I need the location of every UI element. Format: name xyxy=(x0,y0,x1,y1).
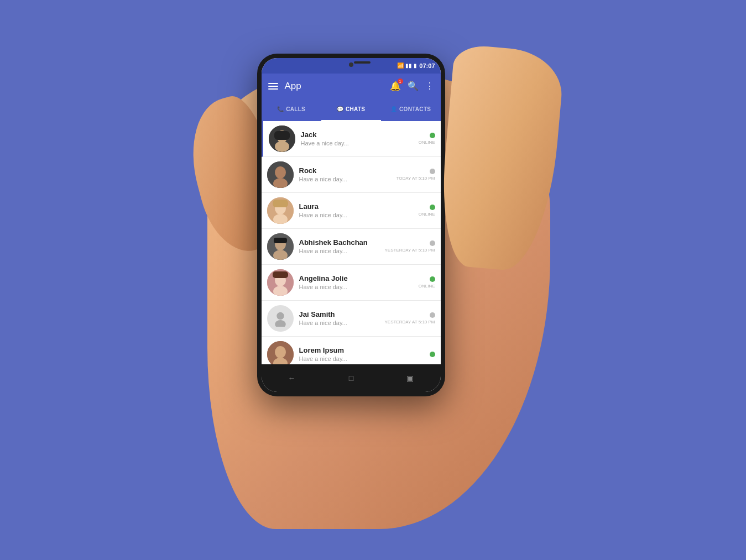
header-icons: 🔔 1 🔍 ⋮ xyxy=(390,81,434,91)
status-icons: 📶 ▮▮ ▮ xyxy=(397,62,417,69)
hamburger-line-1 xyxy=(268,83,278,84)
notification-badge: 1 xyxy=(398,78,403,84)
chat-preview-jack: Have a nice day... xyxy=(301,140,413,146)
chat-item-laura[interactable]: Laura Have a nice day... ONLINE xyxy=(262,193,441,229)
status-dot-angelina xyxy=(430,276,435,282)
more-options-icon[interactable]: ⋮ xyxy=(425,81,434,91)
status-time: 07:07 xyxy=(419,62,435,69)
chat-name-lorem: Lorem Ipsum xyxy=(299,346,424,354)
wifi-icon: 📶 xyxy=(397,62,404,69)
chat-preview-abhishek: Have a nice day... xyxy=(299,248,379,254)
avatar-face-angelina xyxy=(267,269,294,296)
hamburger-menu[interactable] xyxy=(268,83,278,90)
chat-meta-laura: ONLINE xyxy=(419,205,435,217)
chat-item-rock[interactable]: Rock Have a nice day... TODAY AT 5:10 PM xyxy=(262,157,441,193)
chat-status-jack: ONLINE xyxy=(419,140,435,145)
chat-item-abhishek[interactable]: Abhishek Bachchan Have a nice day... YES… xyxy=(262,229,441,265)
chat-status-angelina: ONLINE xyxy=(419,284,435,289)
status-dot-lorem xyxy=(430,352,435,357)
svg-point-5 xyxy=(275,166,286,179)
notification-icon[interactable]: 🔔 1 xyxy=(390,81,401,91)
chat-name-jai: Jai Samith xyxy=(299,310,379,318)
chat-name-laura: Laura xyxy=(299,202,413,211)
tab-chats[interactable]: 💬 CHATS xyxy=(321,99,381,121)
home-button[interactable]: □ xyxy=(349,374,353,383)
status-dot-jack xyxy=(430,133,435,138)
phone-device: 📶 ▮▮ ▮ 07:07 App 🔔 1 xyxy=(257,54,445,396)
tab-chats-label: CHATS xyxy=(346,106,365,112)
chat-meta-jai: YESTERDAY AT 5:10 PM xyxy=(385,312,435,325)
chat-info-laura: Laura Have a nice day... xyxy=(299,202,413,218)
chat-preview-lorem: Have a nice day... xyxy=(299,355,424,362)
tabs-bar: 📞 CALLS 💬 CHATS 👤 CONTACTS xyxy=(262,99,441,121)
chat-info-lorem: Lorem Ipsum Have a nice day... xyxy=(299,346,424,362)
chat-list: Jack Have a nice day... ONLINE xyxy=(262,121,441,364)
chat-item-jack[interactable]: Jack Have a nice day... ONLINE xyxy=(262,121,441,157)
chat-meta-angelina: ONLINE xyxy=(419,276,435,289)
phone-icon: 📞 xyxy=(277,106,284,112)
status-dot-rock xyxy=(430,169,435,174)
chat-icon: 💬 xyxy=(337,106,343,112)
tab-contacts-label: CONTACTS xyxy=(399,106,431,112)
chat-preview-laura: Have a nice day... xyxy=(299,212,413,218)
chat-name-abhishek: Abhishek Bachchan xyxy=(299,238,379,247)
svg-point-22 xyxy=(275,346,286,358)
avatar-jack xyxy=(269,125,295,152)
chat-name-jack: Jack xyxy=(301,130,413,139)
chat-time-jai: YESTERDAY AT 5:10 PM xyxy=(385,320,435,325)
avatar-face-lorem xyxy=(267,341,294,364)
tab-calls[interactable]: 📞 CALLS xyxy=(262,99,321,121)
svg-rect-14 xyxy=(274,238,287,243)
avatar-silhouette-jai xyxy=(272,310,289,327)
chat-preview-jai: Have a nice day... xyxy=(299,320,379,326)
chat-preview-angelina: Have a nice day... xyxy=(299,284,413,290)
avatar-face-rock xyxy=(267,161,294,188)
avatar-face-laura xyxy=(267,197,294,224)
phone-nav-bar: ← □ ▣ xyxy=(262,364,441,392)
recents-button[interactable]: ▣ xyxy=(406,374,414,383)
avatar-angelina xyxy=(267,269,294,296)
chat-info-angelina: Angelina Jolie Have a nice day... xyxy=(299,274,413,290)
svg-rect-10 xyxy=(273,200,288,207)
back-button[interactable]: ← xyxy=(288,374,296,383)
battery-icon: ▮ xyxy=(414,62,417,69)
chat-status-laura: ONLINE xyxy=(419,212,435,217)
phone-scene: 📶 ▮▮ ▮ 07:07 App 🔔 1 xyxy=(180,32,567,529)
avatar-face-abhishek xyxy=(267,233,294,260)
svg-point-19 xyxy=(277,312,284,320)
app-header: App 🔔 1 🔍 ⋮ xyxy=(262,74,441,99)
svg-rect-3 xyxy=(274,131,290,140)
chat-info-jack: Jack Have a nice day... xyxy=(301,130,413,146)
status-dot-laura xyxy=(430,205,435,210)
avatar-lorem xyxy=(267,341,294,364)
app-title: App xyxy=(285,81,390,92)
speaker xyxy=(354,61,371,64)
chat-name-rock: Rock xyxy=(299,166,391,175)
svg-rect-18 xyxy=(273,271,288,278)
avatar-laura xyxy=(267,197,294,224)
chat-time-abhishek: YESTERDAY AT 5:10 PM xyxy=(385,248,435,253)
chat-time-rock: TODAY AT 5:10 PM xyxy=(397,176,435,181)
svg-point-2 xyxy=(275,141,289,152)
search-icon[interactable]: 🔍 xyxy=(408,81,419,91)
hamburger-line-2 xyxy=(268,86,278,87)
chat-item-lorem[interactable]: Lorem Ipsum Have a nice day... xyxy=(262,337,441,364)
chat-meta-rock: TODAY AT 5:10 PM xyxy=(397,169,435,181)
chat-item-angelina[interactable]: Angelina Jolie Have a nice day... ONLINE xyxy=(262,265,441,301)
signal-icon: ▮▮ xyxy=(405,62,412,69)
status-dot-abhishek xyxy=(430,240,435,246)
camera xyxy=(349,62,353,67)
chat-info-rock: Rock Have a nice day... xyxy=(299,166,391,182)
person-icon: 👤 xyxy=(390,106,397,112)
chat-name-angelina: Angelina Jolie xyxy=(299,274,413,282)
chat-info-jai: Jai Samith Have a nice day... xyxy=(299,310,379,326)
avatar-face-jack xyxy=(269,125,295,152)
tab-calls-label: CALLS xyxy=(286,106,305,112)
tab-contacts[interactable]: 👤 CONTACTS xyxy=(381,99,441,121)
chat-item-jai[interactable]: Jai Samith Have a nice day... YESTERDAY … xyxy=(262,301,441,337)
phone-screen: 📶 ▮▮ ▮ 07:07 App 🔔 1 xyxy=(262,58,441,392)
chat-info-abhishek: Abhishek Bachchan Have a nice day... xyxy=(299,238,379,254)
avatar-jai xyxy=(267,305,294,332)
avatar-abhishek xyxy=(267,233,294,260)
chat-meta-abhishek: YESTERDAY AT 5:10 PM xyxy=(385,240,435,253)
